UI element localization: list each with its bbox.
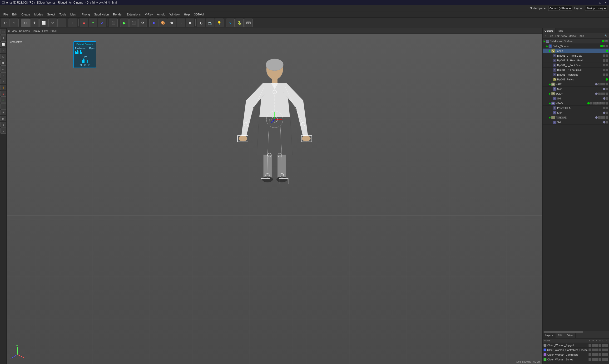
layer-item-2[interactable]: Older_Woman_Controllers_Freeze xyxy=(543,348,609,352)
vp-menu-display[interactable]: Display xyxy=(32,29,40,32)
menu-arnold[interactable]: Arnold xyxy=(155,12,167,17)
sidebar-tool-13[interactable]: ⌒ xyxy=(0,103,6,109)
live-select-button[interactable]: ⊙ xyxy=(21,19,30,27)
menu-render[interactable]: Render xyxy=(111,12,124,17)
sidebar-tool-8[interactable]: ⊿ xyxy=(0,72,6,78)
add-button[interactable]: + xyxy=(68,19,77,27)
eyebrow-sliders[interactable] xyxy=(75,50,94,54)
sidebar-tool-12[interactable]: S xyxy=(0,97,6,103)
subdiv-icon-1[interactable]: ✓ xyxy=(605,40,608,42)
layer-v-4[interactable] xyxy=(592,358,595,361)
object-tree-scrollbar[interactable] xyxy=(543,331,609,333)
menu-tools[interactable]: Tools xyxy=(57,12,68,17)
node-space-select[interactable]: Current (V-Ray) xyxy=(548,6,572,11)
menu-create[interactable]: Create xyxy=(20,12,32,17)
om-menu-tags[interactable]: Tags xyxy=(578,35,584,37)
menu-vray[interactable]: V-Ray xyxy=(143,12,155,17)
vertex-mode-btn[interactable]: ⬟ xyxy=(168,19,176,27)
layer-s-2[interactable] xyxy=(589,349,591,351)
subdiv-arrow[interactable]: ▶ xyxy=(543,40,545,42)
tree-item-pelvis[interactable]: 🦴 Bip001_Pelvis xyxy=(543,77,609,82)
sidebar-tool-2[interactable]: ✛ xyxy=(0,35,6,41)
tree-item-r-hand-goal[interactable]: L Bip001_R_Hand.Goal xyxy=(543,58,609,63)
layer-v-1[interactable] xyxy=(592,344,595,347)
sidebar-tool-4[interactable]: ↺ xyxy=(0,48,6,53)
model-mode-btn[interactable]: ■ xyxy=(149,19,158,27)
light-btn[interactable]: 💡 xyxy=(215,19,224,27)
menu-window[interactable]: Window xyxy=(168,12,182,17)
layer-r-2[interactable] xyxy=(595,349,598,351)
tree-item-tongue-skin[interactable]: S Skin xyxy=(543,120,609,125)
tree-item-hair[interactable]: ▶ H HAIR ⬛ xyxy=(543,82,609,87)
layer-item-1[interactable]: Older_Woman_Rigged xyxy=(543,343,609,348)
layer-v-3[interactable] xyxy=(592,353,595,356)
python-btn[interactable]: 🐍 xyxy=(235,19,244,27)
layer-v-2[interactable] xyxy=(592,349,595,351)
undo-button[interactable]: ↩ xyxy=(1,19,10,27)
om-menu-file[interactable]: File xyxy=(549,35,553,37)
layer-l-2[interactable] xyxy=(602,349,605,351)
layer-r-3[interactable] xyxy=(595,353,598,356)
tree-item-l-hand-goal[interactable]: L Bip001_L_Hand.Goal xyxy=(543,53,609,58)
tree-item-l-foot-goal[interactable]: L Bip001_L_Foot.Goal xyxy=(543,63,609,67)
vray-btn[interactable]: V xyxy=(226,19,235,27)
menu-file[interactable]: File xyxy=(1,12,10,17)
tree-item-head-skin[interactable]: S Skin xyxy=(543,110,609,115)
tab-objects[interactable]: Objects xyxy=(543,28,556,33)
layer-a-2[interactable] xyxy=(605,349,608,351)
layers-tab-edit[interactable]: Edit xyxy=(556,333,565,338)
play-btn[interactable]: ▶ xyxy=(120,19,129,27)
menu-help[interactable]: Help xyxy=(182,12,192,17)
obj-mgr-menu[interactable]: ≡ xyxy=(543,34,548,38)
vp-menu-panel[interactable]: Panel xyxy=(50,29,56,32)
layer-a-3[interactable] xyxy=(605,353,608,356)
tree-item-tongue[interactable]: ▶ T TONGUE xyxy=(543,115,609,120)
close-button[interactable]: ✕ xyxy=(604,1,607,4)
layer-m-2[interactable] xyxy=(598,349,601,351)
layer-l-4[interactable] xyxy=(602,358,605,361)
om-menu-object[interactable]: Object xyxy=(569,35,576,37)
layer-r-1[interactable] xyxy=(595,344,598,347)
vp-menu-filter[interactable]: Filter xyxy=(42,29,48,32)
sidebar-tool-5[interactable]: ⬡ xyxy=(0,54,6,59)
layer-s-1[interactable] xyxy=(589,344,591,347)
tree-item-older-woman[interactable]: ▶ 👤 Older_Woman xyxy=(543,44,609,49)
layer-m-3[interactable] xyxy=(598,353,601,356)
z-axis-btn[interactable]: Z xyxy=(98,19,106,27)
object-tree[interactable]: ▶ 👤 Older_Woman ▶ 🦴 Bones xyxy=(543,44,609,331)
layer-m-4[interactable] xyxy=(598,358,601,361)
render-btn[interactable]: ⬛ xyxy=(129,19,138,27)
menu-phong[interactable]: Phong xyxy=(80,12,92,17)
vp-menu-burger[interactable]: ≡ xyxy=(8,29,10,32)
layer-m-1[interactable] xyxy=(598,344,601,347)
menu-select[interactable]: Select xyxy=(45,12,57,17)
menu-3dtoall[interactable]: 3DToAll xyxy=(192,12,206,17)
search-icon[interactable]: 🔍 xyxy=(604,34,608,38)
menu-modes[interactable]: Modes xyxy=(32,12,45,17)
layer-item-3[interactable]: Older_Woman_Controllers xyxy=(543,352,609,357)
menu-subdivision[interactable]: Subdivision xyxy=(92,12,111,17)
camera-btn[interactable]: 📷 xyxy=(206,19,214,27)
window-controls[interactable]: ─ □ ✕ xyxy=(593,1,607,4)
tree-item-body[interactable]: ▶ B BODY xyxy=(543,91,609,96)
scale-button[interactable]: ⬜ xyxy=(39,19,48,27)
sidebar-tool-7[interactable]: ▱ xyxy=(0,66,6,72)
layers-tab-layers[interactable]: Layers xyxy=(543,333,556,338)
om-menu-edit[interactable]: Edit xyxy=(555,35,559,37)
viewport[interactable]: ≡ View Cameras Display Filter Panel xyxy=(7,28,542,364)
sidebar-tool-3[interactable]: ⬜ xyxy=(0,41,6,47)
poly-mode-btn[interactable]: ⬢ xyxy=(186,19,194,27)
layer-a-1[interactable] xyxy=(605,344,608,347)
tree-item-bones[interactable]: ▶ 🦴 Bones xyxy=(543,49,609,53)
texture-mode-btn[interactable]: 🎨 xyxy=(159,19,167,27)
sidebar-tool-1[interactable]: ⬛ xyxy=(0,29,6,35)
tree-item-poses-head[interactable]: L Poses:HEAD xyxy=(543,106,609,110)
x-axis-btn[interactable]: X xyxy=(80,19,88,27)
menu-mesh[interactable]: Mesh xyxy=(68,12,79,17)
menu-extensions[interactable]: Extensions xyxy=(125,12,143,17)
layer-a-4[interactable] xyxy=(605,358,608,361)
sidebar-tool-16[interactable]: ⊕ xyxy=(0,122,6,128)
vp-menu-cameras[interactable]: Cameras xyxy=(19,29,30,32)
layer-r-4[interactable] xyxy=(595,358,598,361)
transform-button[interactable]: ↔ xyxy=(57,19,66,27)
